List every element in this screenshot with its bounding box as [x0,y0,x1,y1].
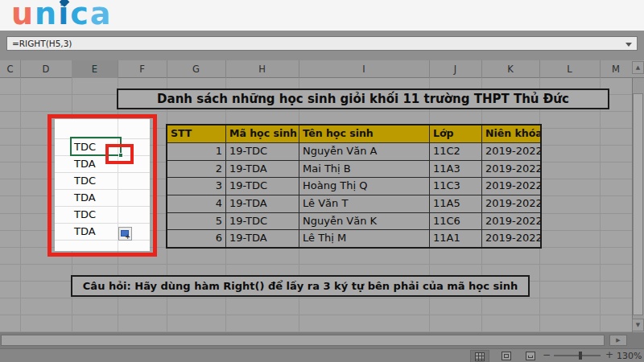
student-table[interactable]: STTMã học sinhTên học sinhLớpNiên khóa11… [166,124,542,249]
header-band: unica [0,0,644,31]
normal-view-icon [475,352,485,361]
table-cell[interactable]: 19-TDA [226,161,299,178]
table-row: 219-TDAMai Thị B11A32019-2022 [167,160,540,178]
table-cell[interactable]: Mai Thị B [299,161,430,178]
logo-letter: u [11,0,35,30]
column-header-E[interactable]: E [72,60,118,80]
table-cell[interactable]: 11C6 [430,213,482,230]
table-cell[interactable]: Lê Thị M [299,230,430,247]
table-cell[interactable]: Nguyễn Văn A [299,143,430,160]
table-cell[interactable]: 4 [167,195,226,212]
page-break-preview-button[interactable] [522,350,539,361]
table-cell[interactable]: 19-TDA [226,230,299,247]
zoom-out-button[interactable]: − [543,349,551,360]
column-headers: CDEFGHIJKLM [0,60,632,78]
table-cell[interactable]: 2019-2022 [482,230,540,247]
table-header-cell[interactable]: Lớp [430,125,482,142]
table-cell[interactable]: 11A5 [430,195,482,212]
annotation-box-large [47,114,157,257]
column-header-C[interactable]: C [0,60,21,78]
table-row: 619-TDALê Thị M11A12019-2022 [167,229,540,247]
scroll-right-button[interactable]: ▶ [609,335,627,346]
table-cell[interactable]: 19-TDC [226,213,299,230]
scroll-down-button[interactable]: ▼ [632,319,644,331]
excel-window: unica =RIGHT(H5,3) CDEFGHIJKLM Danh sách… [0,0,644,362]
horizontal-scroll-thumb[interactable] [1,335,605,346]
table-row: 119-TDCNguyễn Văn A11C22019-2022 [167,142,540,160]
table-cell[interactable]: 2019-2022 [482,195,540,212]
table-cell[interactable]: 5 [167,213,226,230]
table-cell[interactable]: 2019-2022 [482,213,540,230]
table-header-cell[interactable]: STT [167,125,226,142]
table-cell[interactable]: 6 [167,230,226,247]
unica-logo: unica [11,0,112,30]
table-cell[interactable]: 19-TDC [226,178,299,195]
page-layout-button[interactable] [497,350,515,361]
table-cell[interactable]: Nguyễn Văn K [299,213,430,230]
table-header-cell[interactable]: Tên học sinh [299,125,430,142]
table-cell[interactable]: 19-TDA [226,195,299,212]
table-cell[interactable]: 3 [167,178,226,195]
table-cell[interactable]: 1 [167,143,226,160]
column-header-H[interactable]: H [225,60,299,78]
question-box: Câu hỏi: Hãy dùng hàm Right() để lấy ra … [71,275,530,297]
table-cell[interactable]: Lê Văn T [299,195,430,212]
formula-bar-input[interactable]: =RIGHT(H5,3) [6,36,638,51]
logo-letter: i [58,0,70,30]
zoom-slider-handle[interactable] [579,352,582,360]
scroll-up-button[interactable]: ▲ [632,61,644,74]
column-header-D[interactable]: D [20,60,72,78]
grid-line [20,78,21,332]
zoom-level[interactable]: 130% [617,351,642,361]
table-header-row: STTMã học sinhTên học sinhLớpNiên khóa [167,125,540,142]
grid-line [600,78,601,332]
table-row: 319-TDCHoàng Thị Q11C32019-2022 [167,177,540,195]
column-header-M[interactable]: M [600,60,633,78]
column-header-L[interactable]: L [539,60,601,78]
vertical-scroll-thumb[interactable] [633,93,643,315]
logo-letter: n [35,0,58,30]
table-row: 419-TDALê Văn T11A52019-2022 [167,195,540,212]
table-cell[interactable]: 11C3 [430,178,482,195]
column-header-I[interactable]: I [299,60,430,78]
graduation-cap-icon [59,0,69,7]
page-layout-icon [502,352,511,360]
page-break-preview-icon [526,352,535,360]
table-cell[interactable]: 2019-2022 [482,178,540,195]
sheet-title: Danh sách những học sinh giỏi khối 11 tr… [157,92,569,106]
table-cell[interactable]: 19-TDC [226,143,299,160]
table-cell[interactable]: 11A1 [430,230,482,247]
column-header-F[interactable]: F [118,60,167,78]
logo-letter: c [70,0,90,30]
normal-view-button[interactable] [470,350,489,362]
sheet-title-box: Danh sách những học sinh giỏi khối 11 tr… [117,88,609,109]
logo-letter: a [90,0,113,30]
table-cell[interactable]: 11C2 [430,143,482,160]
table-cell[interactable]: 2019-2022 [482,143,540,160]
column-header-G[interactable]: G [167,60,226,78]
zoom-in-button[interactable]: + [605,349,613,360]
table-row: 519-TDCNguyễn Văn K11C62019-2022 [167,212,540,230]
table-cell[interactable]: 2 [167,161,226,178]
column-header-J[interactable]: J [429,60,482,78]
formula-text: =RIGHT(H5,3) [12,39,72,48]
question-text: Câu hỏi: Hãy dùng hàm Right() để lấy ra … [83,280,518,292]
table-header-cell[interactable]: Niên khóa [482,125,540,142]
table-header-cell[interactable]: Mã học sinh [226,125,299,142]
annotation-box-fill-handle [105,144,134,164]
table-cell[interactable]: 11A3 [430,161,482,178]
formula-expand-chevron-icon[interactable] [625,43,632,47]
zoom-slider-track[interactable] [554,355,601,356]
table-cell[interactable]: Hoàng Thị Q [299,178,430,195]
table-cell[interactable]: 2019-2022 [482,161,540,178]
column-header-K[interactable]: K [481,60,540,78]
